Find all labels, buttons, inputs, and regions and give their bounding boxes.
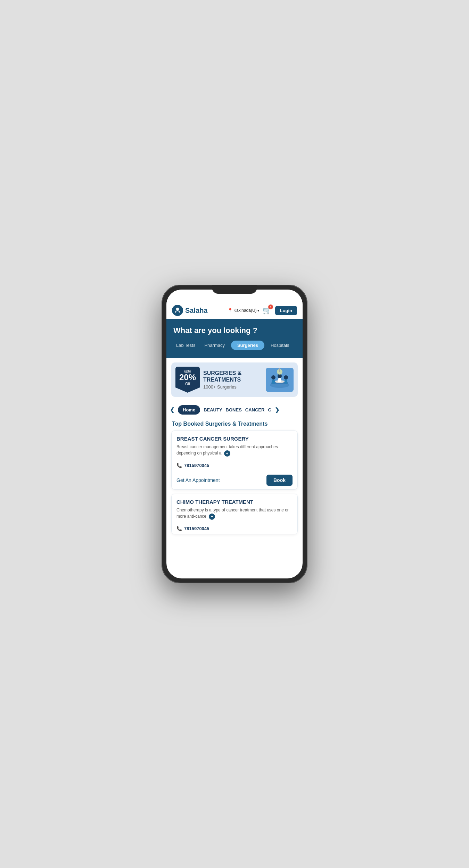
- nav-more[interactable]: C: [268, 407, 271, 412]
- cards-container: BREAST CANCER SURGERY Breast cancer mana…: [166, 431, 303, 540]
- app-name: Salaha: [185, 307, 207, 315]
- card-desc-0: Breast cancer management takes different…: [176, 444, 293, 457]
- cart-badge: 0: [268, 304, 273, 309]
- nav-home[interactable]: Home: [178, 405, 200, 415]
- card-title-0: BREAST CANCER SURGERY: [176, 436, 293, 442]
- phone-icon-1: 📞: [176, 526, 182, 531]
- logo-icon: [172, 305, 183, 316]
- category-tabs: Lab Tests Pharmacy Surgeries Hospitals: [173, 341, 296, 350]
- svg-point-9: [284, 375, 288, 379]
- card-title-1: CHIMO THERAPY TREATMENT: [176, 499, 293, 505]
- card-body-1: CHIMO THERAPY TREATMENT Chemotherapy is …: [172, 494, 297, 523]
- promo-percent: 20%: [179, 373, 196, 382]
- surgery-card-1: CHIMO THERAPY TREATMENT Chemotherapy is …: [171, 494, 298, 534]
- location-pin-icon: 📍: [228, 308, 233, 313]
- svg-point-0: [176, 308, 179, 310]
- svg-point-5: [271, 375, 275, 379]
- card-phone-0[interactable]: 📞 7815970045: [172, 460, 297, 471]
- promo-banner: upto 20% Off SURGERIES & TREATMENTS 1000…: [171, 362, 298, 397]
- logo-area: Salaha: [172, 305, 207, 316]
- card-phone-1[interactable]: 📞 7815970045: [172, 523, 297, 534]
- expand-btn-0[interactable]: +: [224, 450, 230, 457]
- promo-subtitle: 1000+ Surgeries: [203, 384, 262, 390]
- location-area[interactable]: 📍 Kakinada(U) ▾: [228, 308, 259, 313]
- phone-frame: Salaha 📍 Kakinada(U) ▾ 🛒 0 Login What ar…: [162, 285, 307, 583]
- scroll-content[interactable]: What are you looking ? Lab Tests Pharmac…: [166, 319, 303, 578]
- tab-lab-tests[interactable]: Lab Tests: [173, 341, 198, 349]
- card-footer-0: Get An Appointment Book: [172, 471, 297, 489]
- app-header: Salaha 📍 Kakinada(U) ▾ 🛒 0 Login: [166, 302, 303, 319]
- nav-left-arrow[interactable]: ❮: [170, 407, 174, 413]
- surgery-card-0: BREAST CANCER SURGERY Breast cancer mana…: [171, 431, 298, 490]
- tab-hospitals[interactable]: Hospitals: [268, 341, 292, 349]
- svg-rect-8: [278, 378, 281, 382]
- promo-text: SURGERIES & TREATMENTS 1000+ Surgeries: [203, 370, 262, 390]
- hero-banner: What are you looking ? Lab Tests Pharmac…: [166, 319, 303, 358]
- phone-screen: Salaha 📍 Kakinada(U) ▾ 🛒 0 Login What ar…: [166, 290, 303, 578]
- appointment-text-0: Get An Appointment: [176, 477, 220, 483]
- phone-notch: [212, 285, 257, 294]
- tab-pharmacy[interactable]: Pharmacy: [201, 341, 228, 349]
- svg-rect-6: [272, 379, 275, 384]
- header-right: 📍 Kakinada(U) ▾ 🛒 0 Login: [228, 305, 297, 316]
- expand-btn-1[interactable]: +: [209, 514, 215, 520]
- promo-title: SURGERIES & TREATMENTS: [203, 370, 262, 383]
- location-text: Kakinada(U): [233, 308, 257, 313]
- phone-icon-0: 📞: [176, 463, 182, 468]
- chevron-down-icon: ▾: [257, 309, 259, 312]
- tab-surgeries[interactable]: Surgeries: [231, 341, 264, 350]
- nav-cancer[interactable]: CANCER: [245, 407, 265, 412]
- card-desc-1: Chemotherapy is a type of cancer treatme…: [176, 507, 293, 520]
- svg-rect-10: [285, 379, 287, 384]
- cart-area[interactable]: 🛒 0: [262, 305, 272, 316]
- section-title: Top Booked Surgeries & Treatments: [166, 419, 303, 431]
- nav-right-arrow[interactable]: ❯: [275, 407, 279, 413]
- nav-bones[interactable]: BONES: [226, 407, 242, 412]
- category-nav: ❮ Home BEAUTY BONES CANCER C ❯: [166, 401, 303, 419]
- login-button[interactable]: Login: [275, 306, 297, 315]
- book-button-0[interactable]: Book: [266, 475, 293, 486]
- promo-badge: upto 20% Off: [175, 367, 200, 393]
- hero-title: What are you looking ?: [173, 326, 296, 335]
- card-body-0: BREAST CANCER SURGERY Breast cancer mana…: [172, 431, 297, 460]
- promo-image: [266, 368, 294, 392]
- promo-off: Off: [179, 382, 196, 386]
- nav-beauty[interactable]: BEAUTY: [204, 407, 222, 412]
